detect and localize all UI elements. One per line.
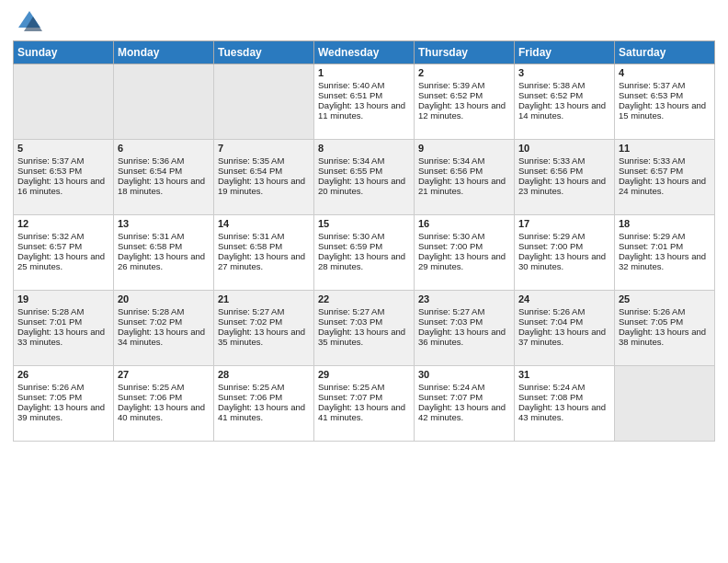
calendar-cell: 28Sunrise: 5:25 AMSunset: 7:06 PMDayligh… [214, 366, 314, 442]
day-number: 31 [518, 369, 610, 380]
daylight-text: Daylight: 13 hours and 41 minutes. [318, 402, 410, 422]
sunrise-text: Sunrise: 5:27 AM [418, 306, 510, 316]
calendar-cell: 31Sunrise: 5:24 AMSunset: 7:08 PMDayligh… [515, 366, 615, 442]
sunrise-text: Sunrise: 5:26 AM [518, 306, 610, 316]
sunrise-text: Sunrise: 5:36 AM [118, 155, 210, 166]
day-number: 22 [318, 293, 410, 304]
sunrise-text: Sunrise: 5:28 AM [118, 306, 210, 316]
sunrise-text: Sunrise: 5:27 AM [218, 306, 310, 316]
daylight-text: Daylight: 13 hours and 16 minutes. [17, 176, 109, 196]
calendar-cell: 23Sunrise: 5:27 AMSunset: 7:03 PMDayligh… [415, 291, 515, 366]
sunset-text: Sunset: 6:53 PM [17, 166, 109, 176]
calendar-cell: 27Sunrise: 5:25 AMSunset: 7:06 PMDayligh… [114, 366, 214, 442]
calendar-cell: 20Sunrise: 5:28 AMSunset: 7:02 PMDayligh… [114, 291, 214, 366]
day-number: 6 [118, 143, 210, 154]
daylight-text: Daylight: 13 hours and 26 minutes. [118, 251, 210, 271]
sunset-text: Sunset: 7:01 PM [17, 316, 109, 327]
day-number: 8 [318, 143, 410, 154]
day-number: 24 [518, 293, 610, 304]
sunset-text: Sunset: 7:00 PM [418, 241, 510, 251]
calendar-cell: 7Sunrise: 5:35 AMSunset: 6:54 PMDaylight… [214, 140, 314, 215]
sunrise-text: Sunrise: 5:26 AM [17, 382, 109, 392]
day-number: 19 [17, 293, 109, 304]
logo [13, 9, 42, 35]
calendar-cell: 17Sunrise: 5:29 AMSunset: 7:00 PMDayligh… [515, 215, 615, 291]
calendar-header-row: SundayMondayTuesdayWednesdayThursdayFrid… [14, 41, 715, 64]
calendar-cell: 9Sunrise: 5:34 AMSunset: 6:56 PMDaylight… [415, 140, 515, 215]
sunrise-text: Sunrise: 5:26 AM [619, 306, 711, 316]
sunset-text: Sunset: 6:54 PM [218, 166, 310, 176]
daylight-text: Daylight: 13 hours and 40 minutes. [118, 402, 210, 422]
calendar-cell: 19Sunrise: 5:28 AMSunset: 7:01 PMDayligh… [14, 291, 114, 366]
calendar-cell: 15Sunrise: 5:30 AMSunset: 6:59 PMDayligh… [314, 215, 415, 291]
calendar-cell: 8Sunrise: 5:34 AMSunset: 6:55 PMDaylight… [314, 140, 415, 215]
calendar-cell: 22Sunrise: 5:27 AMSunset: 7:03 PMDayligh… [314, 291, 415, 366]
daylight-text: Daylight: 13 hours and 33 minutes. [17, 327, 109, 347]
day-number: 27 [118, 369, 210, 380]
calendar-cell [214, 64, 314, 140]
calendar-week-5: 26Sunrise: 5:26 AMSunset: 7:05 PMDayligh… [14, 366, 715, 442]
sunset-text: Sunset: 7:04 PM [518, 316, 610, 327]
sunset-text: Sunset: 7:08 PM [518, 392, 610, 402]
day-number: 14 [218, 218, 310, 229]
daylight-text: Daylight: 13 hours and 42 minutes. [418, 402, 510, 422]
sunrise-text: Sunrise: 5:30 AM [418, 231, 510, 241]
day-number: 11 [619, 143, 711, 154]
sunset-text: Sunset: 6:58 PM [218, 241, 310, 251]
calendar-cell [615, 366, 715, 442]
day-header-tuesday: Tuesday [214, 41, 314, 64]
daylight-text: Daylight: 13 hours and 23 minutes. [518, 176, 610, 196]
calendar-cell: 6Sunrise: 5:36 AMSunset: 6:54 PMDaylight… [114, 140, 214, 215]
calendar-cell: 30Sunrise: 5:24 AMSunset: 7:07 PMDayligh… [415, 366, 515, 442]
day-number: 10 [518, 143, 610, 154]
day-header-thursday: Thursday [415, 41, 515, 64]
daylight-text: Daylight: 13 hours and 14 minutes. [518, 100, 610, 121]
sunset-text: Sunset: 7:06 PM [118, 392, 210, 402]
calendar-cell: 2Sunrise: 5:39 AMSunset: 6:52 PMDaylight… [415, 64, 515, 140]
daylight-text: Daylight: 13 hours and 38 minutes. [619, 327, 711, 347]
calendar-cell: 5Sunrise: 5:37 AMSunset: 6:53 PMDaylight… [14, 140, 114, 215]
sunset-text: Sunset: 7:07 PM [318, 392, 410, 402]
daylight-text: Daylight: 13 hours and 28 minutes. [318, 251, 410, 271]
day-number: 3 [518, 67, 610, 78]
day-number: 21 [218, 293, 310, 304]
sunrise-text: Sunrise: 5:33 AM [518, 155, 610, 166]
day-number: 29 [318, 369, 410, 380]
sunrise-text: Sunrise: 5:31 AM [118, 231, 210, 241]
day-number: 12 [17, 218, 109, 229]
calendar-cell: 26Sunrise: 5:26 AMSunset: 7:05 PMDayligh… [14, 366, 114, 442]
sunrise-text: Sunrise: 5:25 AM [318, 382, 410, 392]
day-number: 16 [418, 218, 510, 229]
daylight-text: Daylight: 13 hours and 30 minutes. [518, 251, 610, 271]
sunrise-text: Sunrise: 5:24 AM [418, 382, 510, 392]
daylight-text: Daylight: 13 hours and 18 minutes. [118, 176, 210, 196]
sunrise-text: Sunrise: 5:39 AM [418, 80, 510, 90]
page: SundayMondayTuesdayWednesdayThursdayFrid… [0, 0, 728, 563]
day-number: 28 [218, 369, 310, 380]
logo-icon [17, 9, 42, 35]
sunset-text: Sunset: 6:57 PM [17, 241, 109, 251]
sunset-text: Sunset: 7:03 PM [318, 316, 410, 327]
daylight-text: Daylight: 13 hours and 24 minutes. [619, 176, 711, 196]
header [13, 9, 715, 35]
sunrise-text: Sunrise: 5:30 AM [318, 231, 410, 241]
sunrise-text: Sunrise: 5:29 AM [518, 231, 610, 241]
sunset-text: Sunset: 6:56 PM [518, 166, 610, 176]
day-header-monday: Monday [114, 41, 214, 64]
daylight-text: Daylight: 13 hours and 34 minutes. [118, 327, 210, 347]
sunset-text: Sunset: 6:55 PM [318, 166, 410, 176]
day-number: 7 [218, 143, 310, 154]
calendar-cell [14, 64, 114, 140]
sunrise-text: Sunrise: 5:38 AM [518, 80, 610, 90]
calendar-cell [114, 64, 214, 140]
calendar-week-4: 19Sunrise: 5:28 AMSunset: 7:01 PMDayligh… [14, 291, 715, 366]
daylight-text: Daylight: 13 hours and 15 minutes. [619, 100, 711, 121]
calendar-cell: 16Sunrise: 5:30 AMSunset: 7:00 PMDayligh… [415, 215, 515, 291]
calendar-cell: 10Sunrise: 5:33 AMSunset: 6:56 PMDayligh… [515, 140, 615, 215]
sunrise-text: Sunrise: 5:31 AM [218, 231, 310, 241]
calendar-cell: 4Sunrise: 5:37 AMSunset: 6:53 PMDaylight… [615, 64, 715, 140]
daylight-text: Daylight: 13 hours and 43 minutes. [518, 402, 610, 422]
daylight-text: Daylight: 13 hours and 11 minutes. [318, 100, 410, 121]
daylight-text: Daylight: 13 hours and 19 minutes. [218, 176, 310, 196]
sunrise-text: Sunrise: 5:25 AM [218, 382, 310, 392]
